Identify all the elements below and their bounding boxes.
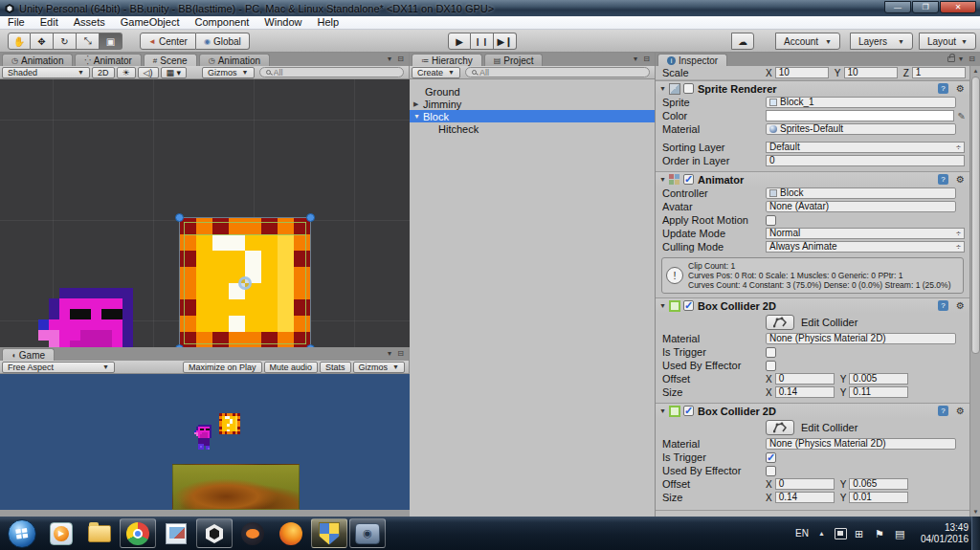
offset-x-field[interactable]: 0 [775,478,835,490]
used-by-effector-checkbox[interactable] [766,361,776,371]
hierarchy-item-jimminy[interactable]: ▶Jimminy [410,98,655,110]
offset-y-field[interactable]: 0.005 [849,373,908,385]
scene-viewport[interactable] [0,79,410,347]
create-dropdown[interactable]: Create▼ [412,67,460,78]
scroll-up-icon[interactable]: ▲ [970,66,980,76]
taskbar-recorder-icon[interactable]: ◉ [349,518,386,548]
restore-button[interactable]: ❐ [912,1,939,13]
help-icon[interactable]: ? [938,83,948,94]
box-collider-2-header[interactable]: ▼ Box Collider 2D ? ⚙ [656,403,969,418]
inspector-scrollbar[interactable]: ▲ ▼ [969,66,980,517]
language-indicator[interactable]: EN [795,528,809,539]
game-gizmos-dropdown[interactable]: Gizmos▼ [353,362,405,373]
audio-toggle-button[interactable]: ◁) [138,67,159,78]
material-object-field[interactable]: Sprites-Default [766,123,956,135]
collider-material-field[interactable]: None (Physics Material 2D) [766,333,956,344]
help-icon[interactable]: ? [938,406,948,416]
menu-help[interactable]: Help [309,16,346,29]
taskbar-explorer-icon[interactable] [81,518,118,548]
layers-dropdown[interactable]: Layers▼ [850,33,913,50]
size-y-field[interactable]: 0.11 [849,386,908,398]
move-tool-button[interactable]: ✥ [31,33,54,50]
scrollbar-thumb[interactable] [971,77,980,354]
collider-material-field[interactable]: None (Physics Material 2D) [766,438,956,450]
menu-gameobject[interactable]: GameObject [113,16,188,29]
culling-mode-dropdown[interactable]: Always Animate÷ [766,241,965,253]
component-enabled-checkbox[interactable] [683,406,694,416]
hidden-icons-chevron[interactable]: ▲ [818,530,825,537]
aspect-dropdown[interactable]: Free Aspect▼ [2,362,115,373]
play-button[interactable]: ▶ [448,33,471,50]
tab-project[interactable]: ▤Project [484,54,544,66]
gear-icon[interactable]: ⚙ [956,174,965,185]
menu-window[interactable]: Window [256,16,309,29]
menu-edit[interactable]: Edit [33,16,66,29]
hierarchy-item-block[interactable]: ▼Block [410,110,655,122]
scale-x-field[interactable]: 10 [775,67,829,78]
sprite-renderer-header[interactable]: ▼ Sprite Renderer ? ⚙ [656,80,969,96]
gear-icon[interactable]: ⚙ [956,300,965,311]
lock-icon[interactable] [947,56,955,62]
lighting-toggle-button[interactable]: ☀ [117,67,136,78]
layout-dropdown[interactable]: Layout▼ [919,33,976,50]
game-viewport[interactable] [0,374,410,510]
taskbar-chrome-icon[interactable] [120,518,156,548]
selection-handle-tr[interactable] [306,213,315,222]
gear-icon[interactable]: ⚙ [956,83,965,94]
controller-object-field[interactable]: Block [766,187,956,199]
panel-menu-icon[interactable]: ▾ ⊟ [388,349,406,358]
taskbar-wmp-icon[interactable]: ▶ [43,518,79,548]
foldout-expanded-icon[interactable]: ▼ [659,176,669,183]
edit-collider-button[interactable] [766,315,794,330]
step-button[interactable]: ▶❙ [494,33,517,50]
is-trigger-checkbox[interactable] [766,347,776,358]
2d-toggle-button[interactable]: 2D [92,67,115,78]
offset-y-field[interactable]: 0.065 [849,478,908,490]
tab-animation-2[interactable]: ◷Animation [199,54,270,66]
start-button[interactable] [8,519,36,548]
avatar-object-field[interactable]: None (Avatar) [766,201,956,212]
apply-root-motion-checkbox[interactable] [766,215,776,226]
account-dropdown[interactable]: Account▼ [775,33,840,50]
tab-game[interactable]: ◖Game [2,348,55,361]
maximize-on-play-button[interactable]: Maximize on Play [183,362,262,373]
pivot-gizmo[interactable] [238,276,252,290]
tab-inspector[interactable]: iInspector [657,54,727,66]
mute-audio-button[interactable]: Mute audio [264,362,319,373]
minimize-button[interactable]: — [884,1,911,13]
used-by-effector-checkbox[interactable] [766,466,776,476]
close-button[interactable]: ✕ [940,1,976,13]
tab-animation-1[interactable]: ◷Animation [2,54,73,66]
edit-collider-button[interactable] [766,420,794,435]
show-desktop-button[interactable] [971,517,980,550]
foldout-expanded-icon[interactable]: ▼ [659,302,669,309]
rotate-tool-button[interactable]: ↻ [54,33,77,50]
menu-component[interactable]: Component [187,16,256,29]
stats-button[interactable]: Stats [320,362,351,373]
draw-mode-dropdown[interactable]: Shaded▼ [2,67,90,78]
taskbar-uac-shield-icon[interactable] [311,518,347,548]
sprite-object-field[interactable]: Block_1 [766,97,956,108]
windows-update-icon[interactable]: ⊞ [855,528,867,539]
hierarchy-search-input[interactable] [479,68,643,77]
size-x-field[interactable]: 0.14 [775,386,835,398]
cloud-button[interactable]: ☁ [731,33,754,50]
network-icon[interactable] [835,528,847,539]
update-mode-dropdown[interactable]: Normal÷ [766,228,965,239]
pivot-global-button[interactable]: ◉Global [196,33,250,50]
rect-tool-button[interactable]: ▣ [100,33,122,50]
scroll-down-icon[interactable]: ▼ [970,507,980,517]
scene-search-field[interactable] [259,67,405,77]
panel-menu-icon[interactable]: ▾ ⊟ [634,55,652,63]
color-swatch[interactable] [766,110,954,121]
component-enabled-checkbox[interactable] [683,174,694,185]
tab-scene[interactable]: #Scene [144,54,197,66]
scale-z-field[interactable]: 1 [912,67,966,78]
effects-dropdown-button[interactable]: ▦ ▾ [161,67,188,78]
selection-handle-tl[interactable] [175,213,184,222]
menu-assets[interactable]: Assets [66,16,113,29]
foldout-collapsed-icon[interactable]: ▶ [413,100,423,108]
pause-button[interactable]: ❙❙ [471,33,494,50]
foldout-expanded-icon[interactable]: ▼ [659,407,669,414]
hand-tool-button[interactable]: ✋ [8,33,31,50]
